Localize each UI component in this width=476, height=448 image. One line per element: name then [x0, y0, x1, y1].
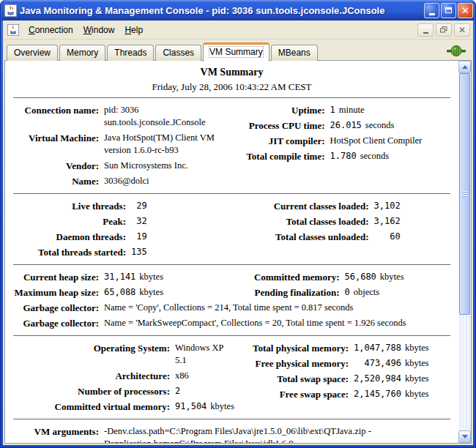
- field-label: Operating System:: [12, 340, 170, 368]
- window-controls: ✕: [424, 3, 473, 18]
- field-label: Committed memory:: [234, 269, 340, 285]
- section-separator: [13, 264, 450, 266]
- scrollbar-track[interactable]: [458, 73, 471, 430]
- field-value: 26.015seconds: [330, 118, 452, 133]
- maximize-button[interactable]: [441, 3, 456, 18]
- field-label: Total compile time:: [234, 149, 325, 164]
- field-value: 91,504kbytes: [175, 399, 234, 414]
- app-body: Connection Window Help ✕ Overview Memory…: [3, 20, 473, 445]
- field-value: 3,102: [374, 198, 452, 214]
- field-label: Total classes unloaded:: [234, 229, 369, 244]
- frame-restore-icon: [440, 26, 447, 33]
- java-app-icon: [4, 4, 17, 17]
- tab-classes[interactable]: Classes: [155, 45, 201, 61]
- field-value: Sun Microsystems Inc.: [104, 158, 231, 173]
- connection-status-icon: [447, 45, 466, 56]
- section-operating-system: Operating System: Windows XP 5.1 Archite…: [12, 340, 451, 414]
- title-bar[interactable]: Java Monitoring & Management Console - p…: [1, 0, 475, 20]
- tab-vm-summary[interactable]: VM Summary: [203, 42, 269, 61]
- field-value: 1.780seconds: [330, 149, 452, 164]
- field-label: Live threads:: [12, 198, 126, 214]
- field-label: Peak:: [12, 214, 126, 229]
- tab-bar: Overview Memory Threads Classes VM Summa…: [4, 42, 472, 60]
- field-label: Free physical memory:: [237, 356, 349, 371]
- field-value: 1minute: [330, 102, 452, 118]
- scrollbar-thumb[interactable]: [459, 73, 470, 315]
- field-label: Garbage collector:: [12, 316, 99, 331]
- field-value: 0objects: [345, 285, 452, 300]
- section-paths: VM arguments: -Denv.class.path=C:\Progra…: [12, 424, 451, 443]
- field-label: Total swap space:: [237, 371, 349, 387]
- field-value: -Denv.class.path=C:\Program Files\Java\j…: [104, 424, 451, 443]
- jconsole-window: Java Monitoring & Management Console - p…: [0, 0, 476, 448]
- scroll-down-button[interactable]: [458, 430, 471, 443]
- frame-minimize-button[interactable]: [417, 23, 434, 37]
- field-value: x86: [175, 368, 234, 384]
- field-value: 473,496kbytes: [354, 356, 451, 371]
- vm-summary-panel: VM Summary Friday, July 28, 2006 10:43:2…: [4, 60, 472, 444]
- field-label: Number of processors:: [12, 384, 170, 399]
- field-value: 19: [131, 229, 231, 244]
- field-label: Garbage collector:: [12, 300, 99, 316]
- section-separator: [13, 97, 450, 99]
- field-label: Connection name:: [12, 102, 99, 130]
- minimize-icon: [429, 13, 435, 15]
- section-garbage-collectors: Garbage collector: Name = 'Copy', Collec…: [12, 300, 451, 331]
- field-value: Windows XP 5.1: [175, 340, 234, 368]
- section-vm-info: Connection name: pid: 3036 sun.tools.jco…: [12, 102, 451, 189]
- field-value: Java HotSpot(TM) Client VM version 1.6.0…: [104, 130, 231, 158]
- frame-close-button[interactable]: ✕: [454, 23, 470, 37]
- field-value: 3036@dolci: [104, 173, 231, 189]
- field-value: 60: [374, 229, 452, 244]
- section-threads-classes: Live threads: 29 Peak: 32 Daemon threads…: [12, 198, 451, 260]
- field-label: Current heap size:: [12, 269, 99, 285]
- tab-overview[interactable]: Overview: [7, 45, 58, 61]
- field-value: 2,520,984kbytes: [354, 371, 451, 387]
- field-value: 56,680kbytes: [345, 269, 452, 285]
- field-value: HotSpot Client Compiler: [330, 133, 452, 149]
- field-label: Pending finalization:: [234, 285, 340, 300]
- arrow-down-icon: [462, 435, 468, 438]
- close-button[interactable]: ✕: [458, 3, 473, 18]
- tab-threads[interactable]: Threads: [107, 45, 154, 61]
- section-separator: [13, 419, 450, 420]
- frame-restore-button[interactable]: [436, 23, 452, 37]
- vertical-scrollbar[interactable]: [458, 61, 471, 443]
- minimize-button[interactable]: [424, 3, 439, 18]
- close-icon: ✕: [461, 6, 469, 15]
- arrow-up-icon: [462, 65, 468, 69]
- thumb-grip-icon: [462, 191, 468, 197]
- field-label: Process CPU time:: [234, 118, 325, 133]
- field-label: VM arguments:: [12, 424, 99, 443]
- field-label: Current classes loaded:: [234, 198, 369, 214]
- field-value: 29: [131, 198, 231, 214]
- tab-memory[interactable]: Memory: [59, 45, 105, 61]
- field-label: Total threads started:: [12, 244, 126, 260]
- java-frame-icon: [7, 24, 19, 36]
- field-value: 3,162: [374, 214, 452, 229]
- field-label: Free swap space:: [237, 387, 349, 402]
- field-label: Committed virtual memory:: [12, 399, 170, 414]
- field-label: Architecture:: [12, 368, 170, 384]
- field-value: pid: 3036 sun.tools.jconsole.JConsole: [104, 102, 231, 130]
- summary-date: Friday, July 28, 2006 10:43:22 AM CEST: [12, 81, 451, 93]
- menu-help[interactable]: Help: [119, 23, 148, 37]
- scroll-up-button[interactable]: [458, 61, 471, 73]
- field-value: 1,047,788kbytes: [354, 340, 451, 356]
- field-label: JIT compiler:: [234, 133, 325, 149]
- vm-summary-content: VM Summary Friday, July 28, 2006 10:43:2…: [5, 61, 458, 443]
- frame-controls: ✕: [417, 23, 470, 37]
- field-value: 135: [131, 244, 231, 260]
- field-value: Name = 'Copy', Collections = 214, Total …: [104, 300, 451, 316]
- menu-connection[interactable]: Connection: [23, 23, 78, 37]
- menu-window[interactable]: Window: [78, 23, 120, 37]
- field-value: 32: [131, 214, 231, 229]
- field-label: Name:: [12, 173, 99, 189]
- frame-minimize-icon: [423, 32, 428, 34]
- field-value: 2,145,760kbytes: [354, 387, 451, 402]
- main-area: Overview Memory Threads Classes VM Summa…: [3, 40, 473, 445]
- field-label: Total physical memory:: [237, 340, 349, 356]
- tab-mbeans[interactable]: MBeans: [271, 45, 318, 61]
- field-label: Virtual Machine:: [12, 130, 99, 158]
- frame-close-icon: ✕: [458, 26, 466, 34]
